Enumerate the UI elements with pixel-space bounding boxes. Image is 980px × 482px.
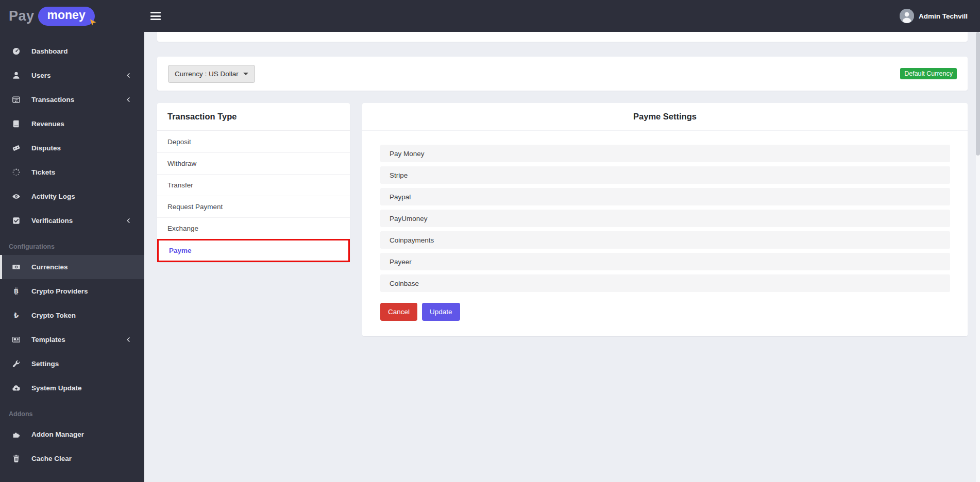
chevron-left-icon [125, 217, 132, 224]
hamburger-menu-icon[interactable] [148, 9, 164, 23]
sidebar-item-system-update[interactable]: System Update [0, 376, 144, 400]
payme-settings-title: Payme Settings [633, 112, 697, 121]
spinner-icon [12, 168, 25, 177]
transaction-type-header: Transaction Type [157, 103, 350, 131]
bitcoin-icon: B [12, 287, 25, 296]
transaction-type-list: DepositWithdrawTransferRequest PaymentEx… [157, 131, 350, 262]
svg-text:₺: ₺ [14, 311, 19, 319]
sidebar-item-verifications[interactable]: Verifications [0, 209, 144, 233]
payme-settings-header: Payme Settings [362, 103, 968, 131]
sidebar-item-label: System Update [31, 384, 82, 392]
chevron-left-icon [125, 336, 132, 343]
transaction-type-exchange[interactable]: Exchange [157, 217, 350, 239]
cancel-button[interactable]: Cancel [380, 303, 417, 321]
transaction-type-request-payment[interactable]: Request Payment [157, 196, 350, 217]
sidebar-item-crypto-token[interactable]: ₺Crypto Token [0, 303, 144, 328]
transaction-type-label: Deposit [167, 138, 191, 146]
gateway-row-payeer[interactable]: Payeer [380, 253, 950, 270]
sidebar-item-disputes[interactable]: Disputes [0, 136, 144, 160]
check-square-icon [12, 216, 25, 225]
avatar [900, 9, 914, 23]
lira-icon: ₺ [12, 311, 25, 320]
sidebar-item-label: Activity Logs [31, 193, 75, 200]
sidebar-item-label: Cache Clear [31, 455, 72, 462]
cursor-arrow-icon [89, 15, 97, 29]
transaction-type-withdraw[interactable]: Withdraw [157, 152, 350, 174]
gateway-list: Pay MoneyStripePaypalPayUmoneyCoinpaymen… [380, 145, 950, 292]
brand-logo[interactable]: Pay money [0, 0, 144, 32]
user-name: Admin Techvill [919, 12, 968, 20]
brand-pay-text: Pay [9, 8, 35, 24]
sidebar-item-label: Settings [31, 360, 59, 368]
gateway-row-payumoney[interactable]: PayUmoney [380, 210, 950, 227]
sidebar-item-crypto-providers[interactable]: BCrypto Providers [0, 279, 144, 303]
default-currency-badge: Default Currency [900, 68, 957, 79]
gateway-label: Payeer [390, 258, 412, 266]
transaction-type-payme[interactable]: Payme [157, 239, 350, 262]
page-scrollbar[interactable] [976, 32, 980, 482]
form-actions: Cancel Update [380, 303, 950, 321]
main-content: Fees Limits Currency : US Dollar Default… [144, 0, 980, 336]
sidebar-item-tickets[interactable]: Tickets [0, 160, 144, 184]
sidebar-item-label: Crypto Providers [31, 287, 88, 295]
scrollbar-thumb[interactable] [976, 32, 980, 156]
topbar-main: Admin Techvill [144, 0, 980, 32]
panels-row: Transaction Type DepositWithdrawTransfer… [157, 103, 968, 336]
sidebar-item-label: Disputes [31, 144, 61, 152]
book-icon [12, 119, 25, 128]
sidebar-item-currencies[interactable]: Currencies [0, 255, 144, 279]
sidebar-section-configurations: Configurations [0, 233, 144, 255]
transaction-type-deposit[interactable]: Deposit [157, 131, 350, 152]
gateway-row-pay-money[interactable]: Pay Money [380, 145, 950, 162]
gateway-label: PayUmoney [390, 215, 428, 222]
transactions-icon [12, 95, 25, 104]
eye-icon [12, 192, 25, 201]
sidebar-item-settings[interactable]: Settings [0, 352, 144, 376]
sidebar-item-templates[interactable]: Templates [0, 328, 144, 352]
tags-icon [12, 144, 25, 152]
sidebar-item-transactions[interactable]: Transactions [0, 88, 144, 112]
brand-money-pill: money [38, 7, 95, 26]
payme-settings-body: Pay MoneyStripePaypalPayUmoneyCoinpaymen… [362, 131, 968, 336]
gateway-row-paypal[interactable]: Paypal [380, 188, 950, 205]
transaction-type-label: Exchange [167, 225, 198, 232]
transaction-type-label: Request Payment [167, 203, 223, 211]
gateway-label: Paypal [390, 193, 411, 201]
currency-bar: Currency : US Dollar Default Currency [157, 57, 968, 91]
gateway-label: Coinbase [390, 280, 419, 287]
sidebar-item-label: Templates [31, 336, 65, 343]
transaction-type-label: Withdraw [167, 160, 196, 167]
transaction-type-card: Transaction Type DepositWithdrawTransfer… [157, 103, 350, 262]
gateway-label: Stripe [390, 171, 408, 179]
update-button[interactable]: Update [422, 303, 460, 321]
sidebar-item-activity-logs[interactable]: Activity Logs [0, 184, 144, 209]
sidebar-item-label: Tickets [31, 168, 55, 176]
sidebar-item-dashboard[interactable]: Dashboard [0, 39, 144, 63]
gateway-row-coinbase[interactable]: Coinbase [380, 274, 950, 292]
sidebar-item-label: Dashboard [31, 47, 68, 55]
currency-dropdown[interactable]: Currency : US Dollar [168, 65, 255, 83]
transaction-type-title: Transaction Type [167, 112, 236, 121]
sidebar-item-label: Currencies [31, 263, 68, 271]
sidebar-item-label: Verifications [31, 217, 73, 225]
sidebar-section-addons: Addons [0, 400, 144, 422]
transaction-type-transfer[interactable]: Transfer [157, 174, 350, 196]
user-icon [12, 71, 25, 80]
sidebar-item-revenues[interactable]: Revenues [0, 112, 144, 136]
svg-text:B: B [14, 288, 19, 295]
caret-down-icon [243, 73, 248, 75]
money-bill-icon [12, 263, 25, 271]
cloud-upload-icon [12, 384, 25, 392]
currency-dropdown-label: Currency : US Dollar [175, 70, 239, 78]
sidebar-item-cache-clear[interactable]: Cache Clear [0, 446, 144, 471]
puzzle-icon [12, 430, 25, 439]
gateway-row-coinpayments[interactable]: Coinpayments [380, 231, 950, 249]
gateway-label: Pay Money [390, 150, 425, 158]
sidebar-nav: DashboardUsersTransactionsRevenuesDisput… [0, 32, 144, 482]
sidebar-item-addon-manager[interactable]: Addon Manager [0, 422, 144, 446]
gateway-row-stripe[interactable]: Stripe [380, 166, 950, 184]
sidebar-item-label: Users [31, 72, 51, 79]
sidebar-item-users[interactable]: Users [0, 63, 144, 88]
user-menu[interactable]: Admin Techvill [900, 9, 968, 23]
sidebar-item-label: Transactions [31, 96, 74, 104]
